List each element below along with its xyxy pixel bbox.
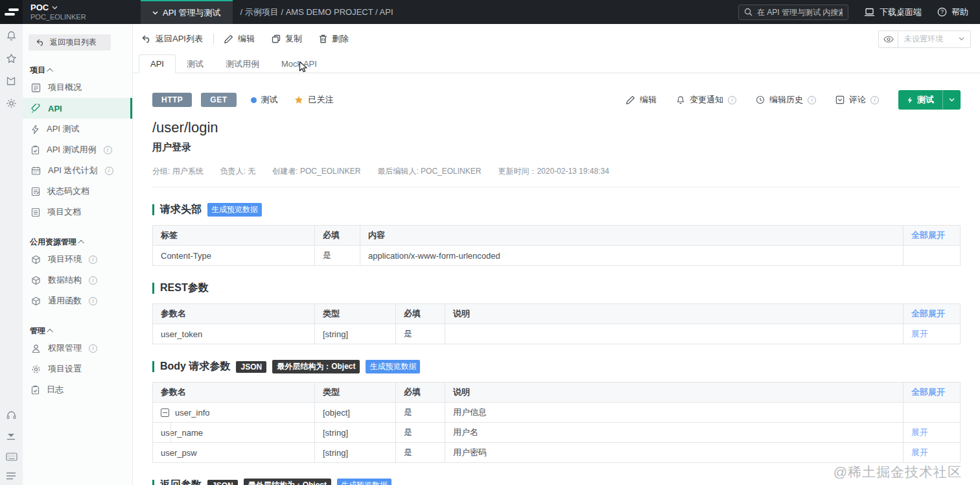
col-required: 必填 [396,383,445,403]
api-header-actions: 编辑 变更通知 编辑历史 评论 [626,90,961,110]
lightning-icon [907,96,913,104]
request-headers-table: 标签 必填 内容 全部展开 Content-Type 是 application… [152,225,961,266]
param-name: user_info [175,408,209,418]
col-required: 必填 [315,226,360,246]
gear-icon[interactable] [6,98,17,109]
download-desktop-button[interactable]: 下载桌面端 [864,6,922,18]
section-response-params: 返回参数 JSON 最外层结构为：Object 生成预览数据 [152,479,961,485]
sidebar-item-permission[interactable]: 权限管理 [23,338,132,359]
sidebar-group-admin[interactable]: 管理 [30,325,132,337]
back-to-api-list-label: 返回API列表 [156,33,203,45]
sidebar-item-common-function[interactable]: 通用函数 [23,290,132,311]
global-search[interactable] [738,5,848,20]
test-button-main[interactable]: 测试 [898,94,942,106]
edit-label: 编辑 [238,33,255,45]
test-button-label: 测试 [917,94,934,106]
lightning-icon [31,124,40,134]
sidebar-item-data-structure[interactable]: 数据结构 [23,270,132,290]
tab-api[interactable]: API [139,54,176,73]
follow-toggle[interactable]: 已关注 [294,94,334,106]
expand-all-link[interactable]: 全部展开 [911,309,945,318]
env-select[interactable]: 未设置环境 [898,30,971,48]
tab-mock-api[interactable]: Mock API [270,54,328,73]
sidebar-item-project-settings[interactable]: 项目设置 [23,359,132,379]
sidebar-group-project[interactable]: 项目 [30,65,132,76]
log-icon [31,385,40,395]
api-edit-button[interactable]: 编辑 [626,94,657,106]
caret-up-icon [47,329,53,335]
sidebar-item-label: 权限管理 [48,342,82,354]
sidebar-item-label: API 迭代计划 [48,165,98,176]
sidebar-item-api-testcase[interactable]: API 测试用例 [23,139,132,160]
menu-icon[interactable] [6,472,16,480]
sidebar-item-project-env[interactable]: 项目环境 [23,249,132,270]
sidebar-item-api[interactable]: API [23,98,132,119]
copy-button[interactable]: 复制 [272,33,302,45]
expand-link[interactable]: 展开 [911,427,928,437]
cell-param-name: user_name [153,423,315,443]
copy-icon [272,34,281,43]
cell-expand: 展开 [904,423,961,443]
back-to-api-list-button[interactable]: 返回API列表 [142,33,203,45]
expand-all-link[interactable]: 全部展开 [911,230,945,240]
tab-test[interactable]: 测试 [176,54,215,73]
headset-icon[interactable] [6,410,17,421]
edit-button[interactable]: 编辑 [224,33,255,45]
test-button[interactable]: 测试 [898,90,961,110]
tab-testcase[interactable]: 测试用例 [215,54,270,73]
expand-link[interactable]: 展开 [911,447,928,457]
trash-icon [319,34,327,43]
divider [152,187,961,187]
back-to-projects-button[interactable]: 返回项目列表 [29,34,111,51]
col-content: 内容 [360,226,904,246]
generate-preview-button[interactable]: 生成预览数据 [337,479,391,485]
rest-params-table: 参数名 类型 必填 说明 全部展开 user_token [string] 是 … [152,303,961,344]
sidebar-item-project-doc[interactable]: 项目文档 [23,202,132,222]
status-dot-icon [251,97,257,103]
sidebar-item-project-overview[interactable]: 项目概况 [23,77,132,98]
sidebar-item-api-test[interactable]: API 测试 [23,119,132,139]
sidebar-group-shared-resources[interactable]: 公用资源管理 [30,237,132,248]
expand-all-link[interactable]: 全部展开 [911,387,945,397]
help-button[interactable]: ? 帮助 [937,6,968,18]
change-notice-button[interactable]: 变更通知 [676,94,736,106]
indent-guide [170,423,171,442]
test-button-dropdown[interactable] [943,98,961,102]
download-icon[interactable] [6,432,16,442]
cell-param-name: user_psw [153,443,315,463]
expand-link[interactable]: 展开 [911,329,928,338]
search-input[interactable] [757,8,843,17]
comment-icon [835,95,845,104]
workspace-switcher[interactable]: POC POC_EOLINKER [23,0,133,24]
delete-button[interactable]: 删除 [319,33,349,45]
collapse-toggle-icon[interactable] [161,408,169,417]
col-desc: 说明 [445,383,904,403]
keyboard-icon[interactable] [6,453,18,461]
sidebar-item-label: API 测试用例 [47,144,97,156]
env-preview-button[interactable] [878,30,898,48]
comment-button[interactable]: 评论 [835,94,879,106]
protocol-badge: HTTP [152,93,192,107]
overview-icon [31,83,41,93]
sidebar-item-label: 日志 [47,384,64,396]
sidebar-item-status-doc[interactable]: 状态码文档 [23,181,132,202]
bookmark-icon[interactable] [6,76,16,86]
root-structure-badge: 最外层结构为：Object [272,360,360,373]
edit-history-button[interactable]: 编辑历史 [756,94,816,106]
environment-control: 未设置环境 [878,30,971,48]
sidebar-item-log[interactable]: 日志 [23,379,132,400]
api-pen-icon [31,104,41,113]
star-icon[interactable] [6,53,17,64]
api-edit-label: 编辑 [640,94,657,106]
table-header-row: 参数名 类型 必填 说明 全部展开 [153,304,961,324]
back-to-projects-label: 返回项目列表 [50,37,97,48]
app-logo-icon[interactable] [0,0,23,24]
generate-preview-button[interactable]: 生成预览数据 [207,203,262,217]
module-tab-api-management[interactable]: API 管理与测试 [141,0,233,24]
sidebar: 返回项目列表 项目 项目概况 API API 测试 API 测试用例 API 迭… [23,24,133,485]
sidebar-item-api-iteration[interactable]: API 迭代计划 [23,160,132,181]
generate-preview-button[interactable]: 生成预览数据 [366,360,420,373]
rail-bottom-group [6,410,18,480]
status-doc-icon [31,187,40,196]
notification-bell-icon[interactable] [6,30,17,41]
